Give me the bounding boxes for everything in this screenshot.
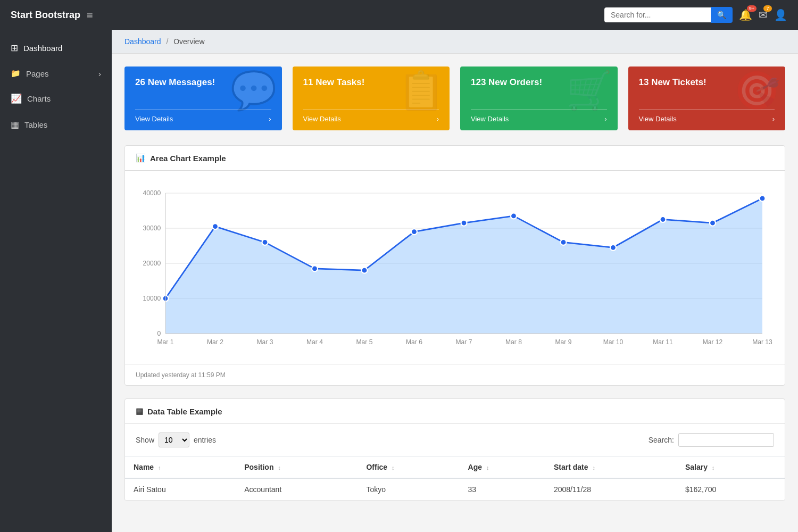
svg-text:Mar 9: Mar 9 xyxy=(555,338,572,346)
table-search-input[interactable] xyxy=(678,433,774,447)
entries-select[interactable]: 10 25 50 100 xyxy=(159,433,189,447)
search-button[interactable]: 🔍 xyxy=(711,7,733,23)
sidebar-item-dashboard[interactable]: ⊞ Dashboard xyxy=(0,35,112,61)
area-chart-container: 010000200003000040000 Mar 1Mar 2Mar 3Mar… xyxy=(125,171,785,364)
search-box: 🔍 xyxy=(604,7,733,23)
tickets-arrow-icon: › xyxy=(772,115,775,123)
stat-card-messages-link[interactable]: View Details xyxy=(135,115,173,123)
cell-start-date: 2008/11/28 xyxy=(545,478,677,501)
entries-label: entries xyxy=(194,436,216,444)
stat-card-orders-link[interactable]: View Details xyxy=(471,115,509,123)
age-sort-icon: ↕ xyxy=(486,464,489,471)
svg-text:10000: 10000 xyxy=(143,295,161,302)
pages-chevron-icon: › xyxy=(98,69,101,78)
table-controls: Show 10 25 50 100 entries Search: xyxy=(125,424,785,456)
sidebar-label-charts: Charts xyxy=(27,94,51,103)
stat-card-tickets-link[interactable]: View Details xyxy=(639,115,677,123)
cell-age: 33 xyxy=(460,478,545,501)
charts-icon: 📈 xyxy=(11,93,22,104)
topnav-left: Start Bootstrap ≡ xyxy=(11,9,93,21)
svg-text:Mar 12: Mar 12 xyxy=(703,338,723,346)
sidebar-label-tables: Tables xyxy=(24,120,47,129)
area-chart-icon: 📊 xyxy=(136,153,146,163)
col-position[interactable]: Position ↕ xyxy=(236,456,358,479)
stat-card-messages[interactable]: 💬 26 New Messages! View Details › xyxy=(124,66,282,130)
svg-text:Mar 1: Mar 1 xyxy=(157,338,174,346)
stat-card-orders[interactable]: 🛒 123 New Orders! View Details › xyxy=(460,66,618,130)
sidebar: ⊞ Dashboard 📁 Pages › 📈 Charts ▦ Tables xyxy=(0,30,112,532)
svg-text:Mar 7: Mar 7 xyxy=(456,338,472,346)
col-office[interactable]: Office ↕ xyxy=(358,456,459,479)
cell-position: Accountant xyxy=(236,478,358,501)
main-content: Dashboard / Overview 💬 26 New Messages! … xyxy=(112,30,798,532)
layout: ⊞ Dashboard 📁 Pages › 📈 Charts ▦ Tables … xyxy=(0,30,798,532)
svg-point-28 xyxy=(411,229,417,235)
brand-title: Start Bootstrap xyxy=(11,10,80,21)
mail-button[interactable]: ✉ 7 xyxy=(759,9,768,21)
show-label: Show xyxy=(136,436,154,444)
user-button[interactable]: 👤 xyxy=(774,9,787,21)
stat-card-tasks-link[interactable]: View Details xyxy=(303,115,341,123)
col-salary[interactable]: Salary ↕ xyxy=(677,456,785,479)
sidebar-item-pages[interactable]: 📁 Pages › xyxy=(0,61,112,86)
stat-card-tickets[interactable]: 🎯 13 New Tickets! View Details › xyxy=(628,66,786,130)
sidebar-label-dashboard: Dashboard xyxy=(23,44,62,53)
svg-point-34 xyxy=(710,220,716,226)
col-name[interactable]: Name ↑ xyxy=(125,456,236,479)
tickets-bg-icon: 🎯 xyxy=(734,72,780,109)
svg-point-26 xyxy=(312,265,318,271)
svg-point-24 xyxy=(212,223,218,229)
tasks-bg-icon: 📋 xyxy=(398,72,444,109)
office-sort-icon: ↕ xyxy=(392,464,395,471)
svg-text:Mar 2: Mar 2 xyxy=(207,338,223,346)
breadcrumb-home[interactable]: Dashboard xyxy=(124,37,161,46)
svg-point-35 xyxy=(760,195,766,201)
data-table-icon: ▦ xyxy=(136,406,143,416)
sidebar-item-charts[interactable]: 📈 Charts xyxy=(0,86,112,112)
messages-bg-icon: 💬 xyxy=(230,72,277,109)
svg-text:Mar 11: Mar 11 xyxy=(653,338,673,346)
area-chart-footer: Updated yesterday at 11:59 PM xyxy=(125,364,785,385)
table-row: Airi Satou Accountant Tokyo 33 2008/11/2… xyxy=(125,478,785,501)
topnav-right: 🔍 🔔 9+ ✉ 7 👤 xyxy=(604,7,787,23)
svg-point-33 xyxy=(660,217,666,222)
stat-card-tasks[interactable]: 📋 11 New Tasks! View Details › xyxy=(293,66,450,130)
col-age[interactable]: Age ↕ xyxy=(460,456,545,479)
search-label: Search: xyxy=(649,436,674,444)
svg-text:40000: 40000 xyxy=(143,189,161,197)
orders-arrow-icon: › xyxy=(604,115,606,123)
svg-text:Mar 6: Mar 6 xyxy=(406,338,422,346)
page-content: 💬 26 New Messages! View Details › 📋 11 N… xyxy=(112,54,798,532)
svg-point-27 xyxy=(362,268,368,273)
data-table-section: ▦ Data Table Example Show 10 25 50 100 e… xyxy=(124,398,785,501)
data-table-title: Data Table Example xyxy=(147,407,222,416)
mail-badge: 7 xyxy=(763,5,772,12)
name-sort-icon: ↑ xyxy=(158,464,161,471)
hamburger-icon[interactable]: ≡ xyxy=(87,9,93,21)
tasks-arrow-icon: › xyxy=(437,115,439,123)
sidebar-label-pages: Pages xyxy=(26,69,49,78)
sidebar-item-tables[interactable]: ▦ Tables xyxy=(0,112,112,138)
breadcrumb: Dashboard / Overview xyxy=(112,30,798,54)
bell-badge: 9+ xyxy=(747,5,757,12)
chart-update-text: Updated yesterday at 11:59 PM xyxy=(136,371,226,379)
search-input[interactable] xyxy=(604,7,711,22)
data-table: Name ↑ Position ↕ Office ↕ Age ↕ Start d… xyxy=(125,456,785,501)
cell-salary: $162,700 xyxy=(677,478,785,501)
cell-name: Airi Satou xyxy=(125,478,236,501)
salary-sort-icon: ↕ xyxy=(712,464,715,471)
svg-text:Mar 3: Mar 3 xyxy=(257,338,273,346)
stat-cards: 💬 26 New Messages! View Details › 📋 11 N… xyxy=(124,66,785,130)
cell-office: Tokyo xyxy=(358,478,459,501)
table-header-row: Name ↑ Position ↕ Office ↕ Age ↕ Start d… xyxy=(125,456,785,479)
data-table-header: ▦ Data Table Example xyxy=(125,399,785,424)
svg-point-30 xyxy=(511,213,517,219)
col-start-date[interactable]: Start date ↕ xyxy=(545,456,677,479)
svg-text:0: 0 xyxy=(157,330,161,337)
bell-button[interactable]: 🔔 9+ xyxy=(739,9,752,21)
dashboard-icon: ⊞ xyxy=(11,43,18,54)
svg-text:Mar 8: Mar 8 xyxy=(505,338,522,346)
svg-text:Mar 13: Mar 13 xyxy=(752,338,772,346)
position-sort-icon: ↕ xyxy=(278,464,281,471)
breadcrumb-separator: / xyxy=(166,37,168,46)
